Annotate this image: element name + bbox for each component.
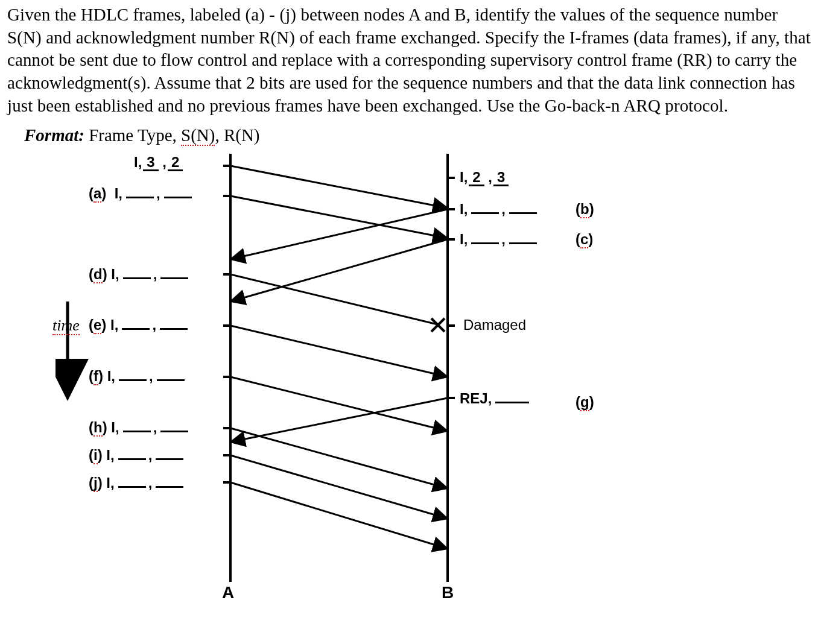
example-left-type: I — [134, 154, 138, 170]
frame-g: REJ, — [460, 390, 531, 407]
format-label: Format: — [24, 125, 84, 145]
frame-a: (a) I,, — [89, 185, 194, 202]
example-right-rn: 3 — [493, 171, 509, 186]
frame-i-sn-blank — [118, 450, 146, 460]
frame-d: (d) I,, — [89, 266, 191, 283]
example-left-rn: 2 — [168, 156, 183, 171]
frame-d-type: I — [111, 266, 115, 282]
frame-i-type: I — [106, 447, 110, 463]
frame-c-sn-blank — [471, 235, 499, 244]
frame-c-rn-blank — [509, 235, 537, 244]
frame-h: (h) I,, — [89, 419, 191, 436]
svg-line-23 — [230, 326, 448, 377]
frame-b: I,, — [460, 201, 539, 218]
frame-f: (f) I,, — [89, 368, 187, 385]
question-text: Given the HDLC frames, labeled (a) - (j)… — [7, 4, 811, 117]
example-right-type: I — [460, 169, 464, 185]
example-right-sn: 2 — [469, 171, 484, 186]
frame-c: I,, — [460, 231, 539, 248]
svg-line-19 — [230, 239, 448, 301]
frame-h-rn-blank — [160, 423, 188, 432]
frame-a-sn-blank — [126, 189, 154, 198]
frame-e-type: I — [110, 317, 115, 333]
frame-e: (e) I,, — [89, 317, 190, 333]
format-line: Format: Frame Type, S(N), R(N) — [7, 125, 811, 145]
frame-d-rn-blank — [160, 270, 188, 279]
example-left-sn: 3 — [143, 156, 158, 171]
frame-b-type: I — [460, 201, 464, 217]
frame-b-rn-blank — [509, 204, 537, 214]
frame-j-type: I — [106, 475, 110, 491]
frame-d-sn-blank — [123, 270, 151, 279]
time-label: time — [52, 317, 80, 335]
frame-i-rn-blank — [156, 450, 183, 460]
frame-f-rn-blank — [157, 371, 185, 381]
example-right: I,2 ,3 — [460, 169, 509, 186]
frame-j-sn-blank — [118, 478, 146, 488]
frame-g-rn-blank — [495, 394, 529, 403]
example-left: I,3 ,2 — [134, 154, 183, 171]
frame-c-letter: (c) — [575, 231, 593, 248]
node-a-label: A — [222, 583, 234, 602]
frame-g-type: REJ — [460, 390, 488, 406]
format-sn: S(N) — [181, 125, 215, 146]
svg-line-27 — [230, 455, 448, 519]
frame-b-sn-blank — [471, 204, 499, 214]
frame-c-type: I — [460, 231, 464, 247]
frame-g-letter: (g) — [575, 394, 594, 411]
format-rn: , R(N) — [215, 125, 259, 145]
svg-line-28 — [230, 482, 448, 549]
hdlc-diagram: I,3 ,2 I,2 ,3 (a) I,, I,, (b) I,, (c) (d… — [55, 154, 671, 612]
frame-i: (i) I,, — [89, 447, 186, 464]
svg-line-26 — [230, 428, 448, 488]
frame-f-sn-blank — [119, 371, 147, 381]
svg-line-20 — [230, 274, 437, 324]
frame-h-type: I — [111, 419, 115, 435]
frame-j-rn-blank — [156, 478, 183, 488]
frame-e-rn-blank — [160, 320, 188, 330]
frame-j: (j) I,, — [89, 475, 186, 491]
format-text-prefix: Frame Type, — [89, 125, 181, 145]
frame-a-rn-blank — [164, 189, 192, 198]
frame-h-sn-blank — [123, 423, 151, 432]
damaged-label: Damaged — [463, 317, 526, 333]
node-b-label: B — [442, 583, 454, 602]
frame-b-letter: (b) — [575, 201, 594, 218]
frame-e-sn-blank — [122, 320, 150, 330]
